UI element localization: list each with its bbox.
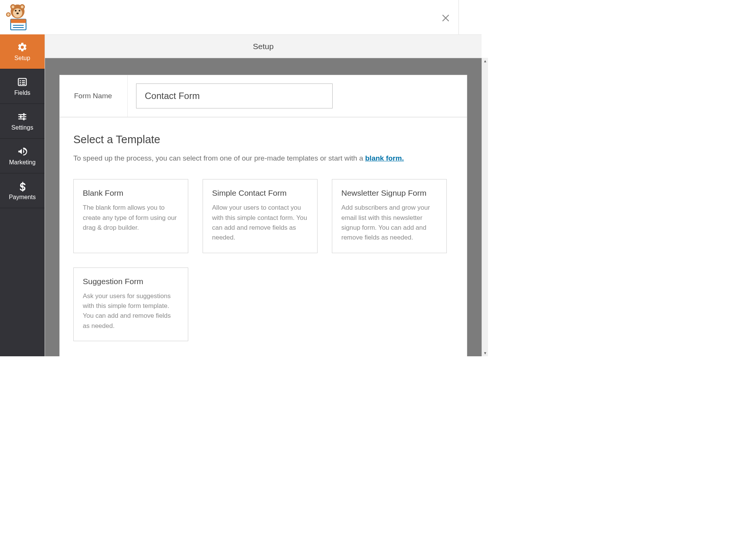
list-icon — [17, 77, 28, 87]
sidebar-item-settings[interactable]: Settings — [0, 104, 45, 139]
template-desc: The blank form allows you to create any … — [83, 203, 179, 233]
svg-rect-23 — [19, 116, 26, 117]
content-wrap: Form Name Select a Template To speed up … — [45, 58, 482, 356]
sidebar-item-label: Payments — [9, 194, 36, 201]
svg-point-6 — [15, 10, 16, 11]
template-title: Newsletter Signup Form — [341, 189, 437, 198]
select-template-heading: Select a Template — [73, 133, 453, 146]
sidebar-item-label: Settings — [11, 124, 33, 131]
svg-rect-20 — [20, 83, 21, 84]
svg-point-7 — [19, 10, 20, 11]
svg-rect-19 — [22, 82, 25, 83]
gear-icon — [17, 42, 28, 53]
template-card-blank-form[interactable]: Blank Form The blank form allows you to … — [73, 179, 188, 253]
svg-rect-22 — [19, 114, 26, 115]
template-title: Simple Contact Form — [212, 189, 308, 198]
sliders-icon — [17, 111, 28, 122]
svg-rect-12 — [11, 19, 26, 23]
svg-rect-16 — [20, 80, 21, 81]
sidebar-item-label: Marketing — [9, 159, 36, 166]
svg-rect-24 — [19, 118, 26, 119]
svg-rect-27 — [23, 118, 25, 120]
template-title: Suggestion Form — [83, 277, 179, 286]
vertical-scrollbar[interactable]: ▲ ▼ — [482, 58, 488, 356]
sidebar-item-fields[interactable]: Fields — [0, 69, 45, 104]
form-name-input-cell — [128, 83, 467, 108]
scroll-down-arrow-icon[interactable]: ▼ — [482, 350, 488, 356]
template-card-suggestion-form[interactable]: Suggestion Form Ask your users for sugge… — [73, 267, 188, 341]
svg-rect-26 — [20, 115, 22, 118]
top-header — [0, 0, 459, 34]
svg-rect-18 — [20, 82, 21, 83]
page-title: Setup — [253, 42, 274, 51]
select-template-desc-text: To speed up the process, you can select … — [73, 154, 365, 162]
template-card-newsletter-signup-form[interactable]: Newsletter Signup Form Add subscribers a… — [332, 179, 447, 253]
form-name-row: Form Name — [60, 75, 467, 118]
svg-rect-17 — [22, 80, 25, 81]
svg-point-3 — [12, 6, 14, 8]
page-title-bar: Setup — [45, 35, 482, 58]
app-logo — [5, 3, 30, 31]
form-name-input[interactable] — [136, 83, 333, 108]
scroll-up-arrow-icon[interactable]: ▲ — [482, 58, 488, 64]
sidebar-item-label: Fields — [14, 90, 31, 96]
template-card-simple-contact-form[interactable]: Simple Contact Form Allow your users to … — [203, 179, 318, 253]
svg-point-8 — [16, 12, 19, 14]
template-desc: Add subscribers and grow your email list… — [341, 203, 437, 243]
setup-panel: Form Name Select a Template To speed up … — [59, 75, 467, 356]
template-desc: Ask your users for suggestions with this… — [83, 291, 179, 331]
template-title: Blank Form — [83, 189, 179, 198]
blank-form-link[interactable]: blank form. — [365, 154, 404, 162]
panel-body: Select a Template To speed up the proces… — [60, 118, 467, 356]
select-template-desc: To speed up the process, you can select … — [73, 153, 453, 164]
svg-rect-25 — [23, 113, 25, 116]
sidebar-item-marketing[interactable]: Marketing — [0, 139, 45, 173]
form-name-label: Form Name — [60, 75, 128, 117]
sidebar-nav: Setup Fields Settings Marketing Payments — [0, 34, 45, 356]
sidebar-item-setup[interactable]: Setup — [0, 34, 45, 69]
close-button[interactable] — [440, 11, 451, 25]
svg-point-10 — [7, 13, 10, 16]
bullhorn-icon — [17, 146, 28, 157]
dollar-icon — [17, 181, 28, 192]
svg-rect-21 — [22, 83, 25, 84]
template-desc: Allow your users to contact you with thi… — [212, 203, 308, 243]
sidebar-item-label: Setup — [14, 55, 30, 62]
sidebar-item-payments[interactable]: Payments — [0, 173, 45, 208]
main-area: Setup Form Name Select a Template To spe… — [45, 34, 482, 356]
close-icon — [440, 12, 451, 23]
svg-point-4 — [21, 6, 23, 8]
template-grid: Blank Form The blank form allows you to … — [73, 179, 453, 341]
